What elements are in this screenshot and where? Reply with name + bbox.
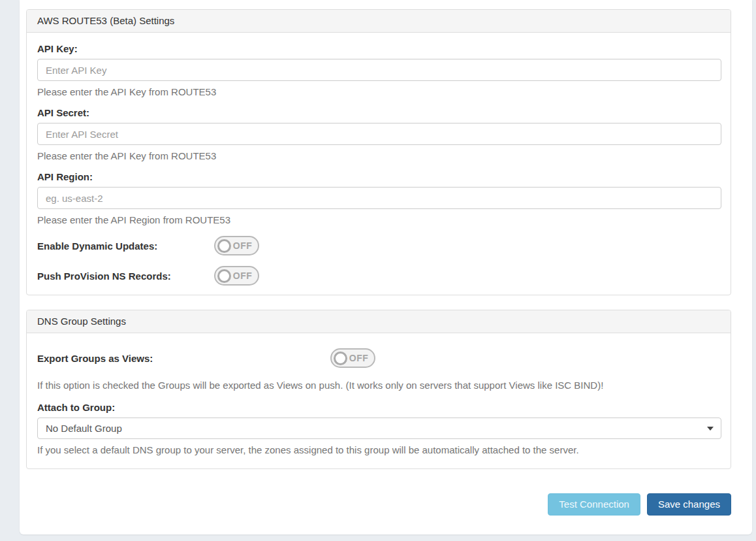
test-connection-button[interactable]: Test Connection bbox=[548, 493, 640, 516]
api-region-group: API Region: Please enter the API Region … bbox=[37, 171, 720, 225]
api-region-help: Please enter the API Region from ROUTE53 bbox=[37, 214, 720, 225]
panel-dns-group-body: Export Groups as Views: OFF If this opti… bbox=[27, 333, 731, 468]
api-secret-input[interactable] bbox=[37, 123, 721, 145]
settings-card: AWS ROUTE53 (Beta) Settings API Key: Ple… bbox=[20, 0, 752, 534]
api-key-group: API Key: Please enter the API Key from R… bbox=[37, 43, 720, 97]
api-region-label: API Region: bbox=[37, 171, 93, 182]
api-secret-label: API Secret: bbox=[37, 107, 89, 118]
push-provision-ns-records-row: Push ProVision NS Records: OFF bbox=[37, 266, 720, 286]
toggle-knob-icon bbox=[217, 269, 231, 283]
panel-dns-group-title: DNS Group Settings bbox=[27, 310, 731, 333]
attach-to-group-help: If you select a default DNS group to you… bbox=[37, 444, 720, 455]
export-groups-help: If this option is checked the Groups wil… bbox=[37, 380, 720, 391]
footer-actions: Test Connection Save changes bbox=[548, 493, 731, 516]
panel-aws-route53-settings: AWS ROUTE53 (Beta) Settings API Key: Ple… bbox=[26, 9, 731, 295]
toggle-knob-icon bbox=[334, 352, 347, 365]
api-key-label: API Key: bbox=[37, 43, 78, 54]
push-provision-ns-records-toggle[interactable]: OFF bbox=[214, 266, 259, 286]
export-groups-as-views-row: Export Groups as Views: OFF bbox=[37, 348, 720, 368]
toggle-knob-icon bbox=[217, 239, 231, 253]
api-secret-group: API Secret: Please enter the API Key fro… bbox=[37, 107, 720, 161]
attach-to-group-select-wrap: No Default Group bbox=[37, 418, 721, 439]
panel-aws-route53-body: API Key: Please enter the API Key from R… bbox=[27, 33, 731, 295]
toggle-state-text: OFF bbox=[347, 353, 370, 363]
panel-dns-group-settings: DNS Group Settings Export Groups as View… bbox=[26, 310, 731, 469]
enable-dynamic-updates-label: Enable Dynamic Updates: bbox=[37, 240, 214, 252]
api-region-input[interactable] bbox=[37, 187, 721, 209]
export-groups-as-views-label: Export Groups as Views: bbox=[37, 353, 330, 364]
panel-aws-route53-title: AWS ROUTE53 (Beta) Settings bbox=[27, 10, 731, 33]
toggle-state-text: OFF bbox=[231, 270, 254, 281]
enable-dynamic-updates-row: Enable Dynamic Updates: OFF bbox=[37, 236, 720, 255]
export-groups-as-views-toggle[interactable]: OFF bbox=[330, 348, 375, 368]
attach-to-group-group: Attach to Group: No Default Group If you… bbox=[37, 402, 720, 455]
attach-to-group-select[interactable]: No Default Group bbox=[37, 418, 721, 439]
attach-to-group-label: Attach to Group: bbox=[37, 402, 115, 413]
push-provision-ns-records-label: Push ProVision NS Records: bbox=[37, 270, 214, 282]
save-changes-button[interactable]: Save changes bbox=[647, 493, 731, 516]
enable-dynamic-updates-toggle[interactable]: OFF bbox=[214, 236, 259, 255]
toggle-state-text: OFF bbox=[231, 240, 254, 251]
api-key-help: Please enter the API Key from ROUTE53 bbox=[37, 86, 720, 97]
api-secret-help: Please enter the API Key from ROUTE53 bbox=[37, 150, 720, 161]
api-key-input[interactable] bbox=[37, 59, 721, 81]
